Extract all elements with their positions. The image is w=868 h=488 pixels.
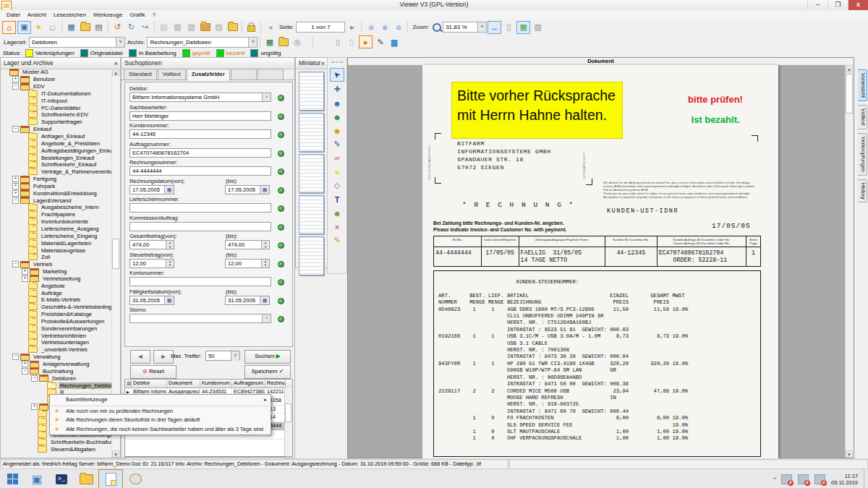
zoom-reset-page-icon[interactable]: ⊘ [392, 22, 404, 33]
spinner-buttons[interactable]: ▲▼ [261, 241, 269, 249]
tray-flag-icon[interactable] [781, 474, 792, 484]
home-icon[interactable]: ⌂ [2, 21, 16, 34]
menu-item-datei[interactable]: Datei [3, 12, 24, 18]
dropdown-arrow-icon[interactable]: ˅ [477, 22, 486, 32]
spinner-buttons[interactable]: ▲▼ [166, 241, 174, 249]
menu-item-lesezeichen[interactable]: Lesezeichen [50, 12, 90, 18]
calendar-icon[interactable]: ▦ [260, 296, 269, 304]
tree-item[interactable]: IT-Dokumentationen [1, 90, 112, 98]
print-icon[interactable]: ▤ [93, 22, 105, 33]
dropdown-arrow-icon[interactable]: ˅ [262, 314, 271, 322]
edit-icon[interactable]: ✎ [374, 36, 386, 48]
page-thumbnail-3[interactable] [299, 154, 324, 193]
page-thumbnail-2[interactable] [299, 113, 324, 152]
tree-expander-icon[interactable]: + [22, 361, 28, 367]
tab-volltext[interactable]: Volltext [858, 105, 867, 129]
field-input[interactable] [129, 277, 271, 286]
dropdown-arrow-icon[interactable]: ˅ [262, 93, 271, 101]
scroll-down-icon[interactable]: ▼ [846, 450, 853, 458]
tree-item[interactable]: Supportanfragen [1, 119, 112, 126]
fit-width-icon[interactable]: ↔ [488, 21, 501, 34]
taskbar-viewer-active[interactable] [98, 469, 123, 488]
taskbar-clock[interactable]: 11:17 05.11.2019 [831, 473, 858, 486]
tree-item[interactable]: Angebote_&_Preislisten [1, 140, 112, 147]
favorite-icon[interactable]: ★ [33, 22, 45, 33]
multi-view-icon[interactable]: ▥ [532, 22, 544, 33]
taskbar-explorer[interactable]: ▣ [25, 469, 49, 488]
column-header-5[interactable]: Rechnun... [265, 380, 286, 388]
menu-item-?[interactable]: ? [149, 12, 159, 18]
taskbar-paint[interactable] [123, 469, 148, 488]
tree-item[interactable]: Material&Lagerlisten [1, 239, 112, 247]
spin-down-icon[interactable]: ▼ [262, 245, 269, 249]
field-input[interactable]: Herr Mehlinger [129, 111, 271, 121]
document-stack-icon[interactable]: ▨ [213, 22, 225, 33]
field-input[interactable]: 31.05.2005▦ [129, 296, 174, 305]
tree-item[interactable]: +Fuhrpark [1, 183, 112, 190]
tree-expander-icon[interactable]: + [22, 268, 28, 275]
tree-item[interactable]: Frachtpapiere [1, 211, 112, 218]
tree-expander-icon[interactable]: + [31, 403, 38, 410]
column-header-2[interactable]: Dokument [167, 380, 200, 388]
close-button[interactable]: x [848, 0, 868, 10]
zoom-in-page-icon[interactable]: ⊕ [378, 22, 391, 33]
tab-standard[interactable]: Standard [124, 69, 157, 80]
select-tool[interactable]: ➤ [330, 68, 344, 82]
menu-item-werkzeuge[interactable]: Werkzeuge [90, 12, 126, 18]
column-header-3[interactable]: Kundennum... [200, 380, 232, 388]
tree-item[interactable]: Zoll [1, 254, 112, 261]
tree-item[interactable]: Vertriebsunterlagen [1, 339, 112, 346]
speichern-button[interactable]: Speichern ✔ [244, 365, 291, 379]
document-scrollbar[interactable]: ▲ ▼ [845, 65, 854, 458]
menu-item-grafik[interactable]: Grafik [126, 12, 148, 18]
tree-item[interactable]: −EDV [1, 83, 112, 90]
lasso-tool[interactable]: ◇ [331, 179, 344, 192]
tree-item[interactable]: +Benutzer [1, 76, 112, 83]
tree-item[interactable]: +Anlagenverwaltung [1, 361, 112, 368]
tree-item[interactable]: Ausgabescheine_Intern [1, 204, 112, 211]
delete-tool[interactable]: × [331, 221, 344, 233]
tray-network-icon[interactable] [798, 474, 809, 484]
open-folder-icon[interactable] [79, 22, 91, 33]
field-input[interactable] [129, 203, 271, 213]
field-input[interactable]: 474,00▲▼ [225, 240, 270, 249]
tree-expander-icon[interactable]: − [22, 368, 28, 374]
field-input[interactable]: 31.05.2005▦ [225, 296, 270, 305]
page-thumbnail-1[interactable] [299, 72, 324, 111]
suchen-button[interactable]: Suchen ▶ [244, 350, 291, 364]
tree-item[interactable]: Verträge_&_Rahmenvereinbarungen [1, 168, 112, 176]
stamp-tool[interactable]: ☻ [331, 207, 344, 219]
copy-page-icon[interactable]: ▯ [345, 36, 357, 48]
max-treffer-select[interactable]: 50 ˅ [205, 351, 240, 361]
spin-down-icon[interactable]: ▼ [262, 263, 269, 267]
tree-item[interactable]: −Buchhaltung [1, 367, 112, 374]
tree-item[interactable]: Inventurdokumente [1, 218, 112, 226]
single-page-icon[interactable]: ▯ [503, 22, 515, 33]
tree-expander-icon[interactable]: − [12, 261, 19, 267]
tree-item[interactable]: −Debitoren [1, 374, 112, 382]
tree-item[interactable]: Rechnungen_Debitoren [1, 382, 112, 389]
field-input[interactable]: EC4707480678162704 [129, 148, 271, 158]
rotate-left-icon[interactable]: ↺ [111, 22, 124, 33]
page-thumbnail-5[interactable] [299, 236, 324, 275]
new-page-icon[interactable]: ▯ [331, 36, 344, 48]
tree-expander-icon[interactable]: + [12, 190, 19, 197]
tree-item[interactable]: Protokolle&Auswertungen [1, 318, 112, 325]
field-input[interactable]: 12,00▲▼ [129, 259, 174, 268]
zoom-out-page-icon[interactable]: ⊖ [365, 22, 377, 33]
rotate-right-icon[interactable]: ↻ [125, 22, 137, 33]
results-scrollbar[interactable] [284, 388, 292, 456]
field-input[interactable]: 44-12345 [129, 129, 271, 139]
sticky-note-annotation[interactable]: Bitte vorher Rücksprache mit Herrn Hahne… [451, 82, 623, 139]
paste-icon[interactable]: ▧ [158, 22, 170, 33]
tab-verknüpfungen[interactable]: Verknüpfungen [858, 133, 867, 176]
user-blue-icon[interactable]: ☻ [331, 97, 344, 109]
tree-item[interactable]: Lieferscheine_Ausgang [1, 226, 112, 233]
spinner-buttons[interactable]: ▲▼ [166, 260, 174, 267]
reset-button[interactable]: ⊘ Reset [130, 365, 176, 379]
context-menu-item[interactable]: ★Alle noch von mir zu prüfenden Rechnung… [50, 407, 271, 416]
tray-expand-icon[interactable]: ^ [773, 476, 776, 482]
document-page[interactable]: Bitte vorher Rücksprache mit Herrn Hahne… [422, 65, 778, 459]
tree-item[interactable]: Sondervereinbarungen [1, 325, 112, 332]
scroll-up-icon[interactable]: ▲ [112, 69, 119, 76]
